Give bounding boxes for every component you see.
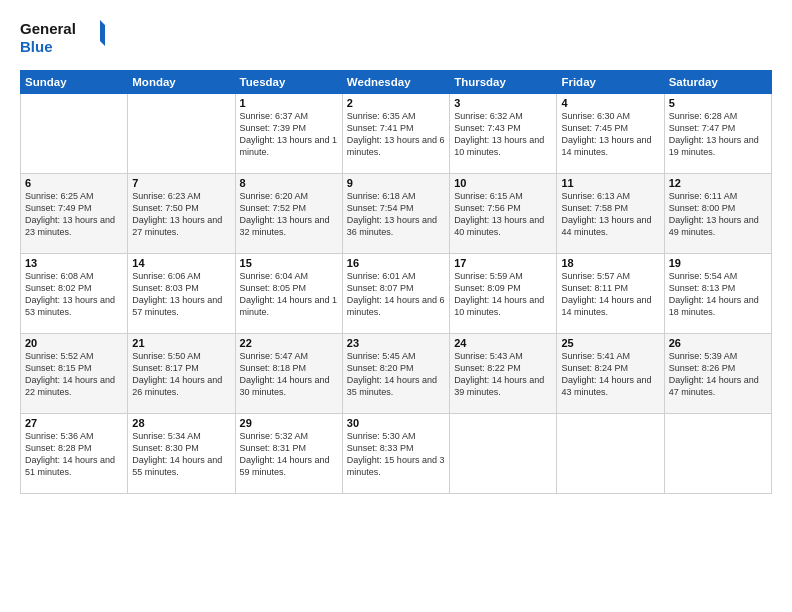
calendar-cell: 22Sunrise: 5:47 AM Sunset: 8:18 PM Dayli… [235,334,342,414]
calendar-cell: 15Sunrise: 6:04 AM Sunset: 8:05 PM Dayli… [235,254,342,334]
weekday-friday: Friday [557,71,664,94]
day-info: Sunrise: 6:06 AM Sunset: 8:03 PM Dayligh… [132,270,230,319]
svg-text:Blue: Blue [20,38,53,55]
day-info: Sunrise: 5:34 AM Sunset: 8:30 PM Dayligh… [132,430,230,479]
weekday-wednesday: Wednesday [342,71,449,94]
calendar-cell: 20Sunrise: 5:52 AM Sunset: 8:15 PM Dayli… [21,334,128,414]
day-info: Sunrise: 5:57 AM Sunset: 8:11 PM Dayligh… [561,270,659,319]
day-info: Sunrise: 5:39 AM Sunset: 8:26 PM Dayligh… [669,350,767,399]
day-info: Sunrise: 6:32 AM Sunset: 7:43 PM Dayligh… [454,110,552,159]
day-info: Sunrise: 6:25 AM Sunset: 7:49 PM Dayligh… [25,190,123,239]
calendar-cell: 8Sunrise: 6:20 AM Sunset: 7:52 PM Daylig… [235,174,342,254]
day-number: 19 [669,257,767,269]
day-number: 7 [132,177,230,189]
calendar-cell [21,94,128,174]
day-info: Sunrise: 6:18 AM Sunset: 7:54 PM Dayligh… [347,190,445,239]
day-info: Sunrise: 5:32 AM Sunset: 8:31 PM Dayligh… [240,430,338,479]
calendar-cell: 21Sunrise: 5:50 AM Sunset: 8:17 PM Dayli… [128,334,235,414]
day-info: Sunrise: 6:35 AM Sunset: 7:41 PM Dayligh… [347,110,445,159]
calendar-cell: 29Sunrise: 5:32 AM Sunset: 8:31 PM Dayli… [235,414,342,494]
weekday-header-row: SundayMondayTuesdayWednesdayThursdayFrid… [21,71,772,94]
weekday-saturday: Saturday [664,71,771,94]
day-number: 26 [669,337,767,349]
day-info: Sunrise: 5:50 AM Sunset: 8:17 PM Dayligh… [132,350,230,399]
day-info: Sunrise: 6:04 AM Sunset: 8:05 PM Dayligh… [240,270,338,319]
day-number: 6 [25,177,123,189]
header: General Blue [20,16,772,58]
day-info: Sunrise: 5:41 AM Sunset: 8:24 PM Dayligh… [561,350,659,399]
calendar-cell: 19Sunrise: 5:54 AM Sunset: 8:13 PM Dayli… [664,254,771,334]
calendar-cell [128,94,235,174]
day-number: 10 [454,177,552,189]
weekday-thursday: Thursday [450,71,557,94]
weekday-monday: Monday [128,71,235,94]
day-number: 21 [132,337,230,349]
calendar-cell: 25Sunrise: 5:41 AM Sunset: 8:24 PM Dayli… [557,334,664,414]
day-number: 28 [132,417,230,429]
day-number: 3 [454,97,552,109]
day-info: Sunrise: 6:08 AM Sunset: 8:02 PM Dayligh… [25,270,123,319]
day-info: Sunrise: 6:01 AM Sunset: 8:07 PM Dayligh… [347,270,445,319]
calendar-cell: 6Sunrise: 6:25 AM Sunset: 7:49 PM Daylig… [21,174,128,254]
calendar-cell: 24Sunrise: 5:43 AM Sunset: 8:22 PM Dayli… [450,334,557,414]
day-number: 11 [561,177,659,189]
calendar-cell [664,414,771,494]
calendar-cell: 3Sunrise: 6:32 AM Sunset: 7:43 PM Daylig… [450,94,557,174]
calendar-cell: 23Sunrise: 5:45 AM Sunset: 8:20 PM Dayli… [342,334,449,414]
day-number: 27 [25,417,123,429]
svg-marker-2 [100,20,110,46]
logo: General Blue [20,16,110,58]
day-info: Sunrise: 6:28 AM Sunset: 7:47 PM Dayligh… [669,110,767,159]
svg-text:General: General [20,20,76,37]
day-number: 1 [240,97,338,109]
calendar-cell: 28Sunrise: 5:34 AM Sunset: 8:30 PM Dayli… [128,414,235,494]
day-info: Sunrise: 6:23 AM Sunset: 7:50 PM Dayligh… [132,190,230,239]
calendar-cell [450,414,557,494]
day-info: Sunrise: 6:37 AM Sunset: 7:39 PM Dayligh… [240,110,338,159]
calendar-table: SundayMondayTuesdayWednesdayThursdayFrid… [20,70,772,494]
day-number: 20 [25,337,123,349]
calendar-cell: 14Sunrise: 6:06 AM Sunset: 8:03 PM Dayli… [128,254,235,334]
day-number: 5 [669,97,767,109]
day-info: Sunrise: 6:15 AM Sunset: 7:56 PM Dayligh… [454,190,552,239]
calendar-cell: 26Sunrise: 5:39 AM Sunset: 8:26 PM Dayli… [664,334,771,414]
day-info: Sunrise: 5:59 AM Sunset: 8:09 PM Dayligh… [454,270,552,319]
day-number: 16 [347,257,445,269]
calendar-cell: 7Sunrise: 6:23 AM Sunset: 7:50 PM Daylig… [128,174,235,254]
day-number: 23 [347,337,445,349]
weekday-tuesday: Tuesday [235,71,342,94]
day-number: 25 [561,337,659,349]
day-info: Sunrise: 5:30 AM Sunset: 8:33 PM Dayligh… [347,430,445,479]
calendar-cell: 12Sunrise: 6:11 AM Sunset: 8:00 PM Dayli… [664,174,771,254]
general-blue-logo: General Blue [20,16,110,58]
calendar-row-4: 27Sunrise: 5:36 AM Sunset: 8:28 PM Dayli… [21,414,772,494]
day-number: 13 [25,257,123,269]
calendar-cell: 17Sunrise: 5:59 AM Sunset: 8:09 PM Dayli… [450,254,557,334]
day-number: 22 [240,337,338,349]
day-info: Sunrise: 5:54 AM Sunset: 8:13 PM Dayligh… [669,270,767,319]
day-number: 4 [561,97,659,109]
calendar-cell: 9Sunrise: 6:18 AM Sunset: 7:54 PM Daylig… [342,174,449,254]
day-number: 18 [561,257,659,269]
day-info: Sunrise: 5:43 AM Sunset: 8:22 PM Dayligh… [454,350,552,399]
day-number: 17 [454,257,552,269]
calendar-cell: 5Sunrise: 6:28 AM Sunset: 7:47 PM Daylig… [664,94,771,174]
day-number: 12 [669,177,767,189]
day-info: Sunrise: 6:20 AM Sunset: 7:52 PM Dayligh… [240,190,338,239]
day-info: Sunrise: 6:11 AM Sunset: 8:00 PM Dayligh… [669,190,767,239]
calendar-cell: 1Sunrise: 6:37 AM Sunset: 7:39 PM Daylig… [235,94,342,174]
calendar-row-3: 20Sunrise: 5:52 AM Sunset: 8:15 PM Dayli… [21,334,772,414]
day-number: 8 [240,177,338,189]
day-info: Sunrise: 6:30 AM Sunset: 7:45 PM Dayligh… [561,110,659,159]
calendar-cell [557,414,664,494]
day-info: Sunrise: 6:13 AM Sunset: 7:58 PM Dayligh… [561,190,659,239]
day-number: 15 [240,257,338,269]
calendar-cell: 13Sunrise: 6:08 AM Sunset: 8:02 PM Dayli… [21,254,128,334]
calendar-row-0: 1Sunrise: 6:37 AM Sunset: 7:39 PM Daylig… [21,94,772,174]
calendar-row-2: 13Sunrise: 6:08 AM Sunset: 8:02 PM Dayli… [21,254,772,334]
day-number: 2 [347,97,445,109]
calendar-cell: 2Sunrise: 6:35 AM Sunset: 7:41 PM Daylig… [342,94,449,174]
day-info: Sunrise: 5:47 AM Sunset: 8:18 PM Dayligh… [240,350,338,399]
weekday-sunday: Sunday [21,71,128,94]
day-number: 14 [132,257,230,269]
